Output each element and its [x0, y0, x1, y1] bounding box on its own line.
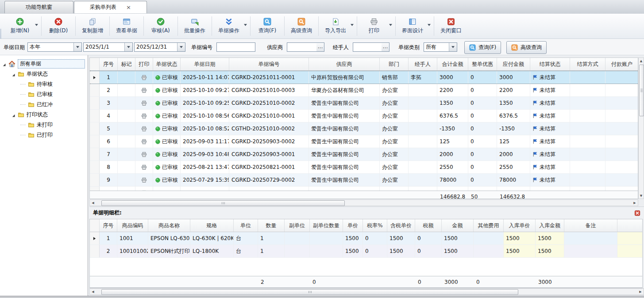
scrollbar-thumb[interactable] [639, 65, 644, 116]
col-header-total[interactable]: 合计金额 [437, 58, 468, 70]
tree-leaf-node[interactable]: 已审核 [0, 89, 88, 99]
tab-purchase-list[interactable]: 采购单列表 × [74, 1, 147, 13]
caret-down-icon[interactable] [428, 24, 431, 26]
toolbar-close-window-button[interactable]: 关闭窗口 [436, 14, 467, 38]
col-header-payable[interactable]: 应付金额 [497, 58, 530, 70]
scrollbar-thumb[interactable] [101, 200, 345, 206]
caret-down-icon[interactable] [351, 24, 354, 26]
detail-close-icon[interactable] [634, 210, 640, 216]
col-header-supplier[interactable]: 供应商 [309, 58, 380, 70]
handler-input[interactable] [353, 42, 382, 52]
tree-expander-icon[interactable] [2, 62, 6, 66]
chevron-down-icon[interactable] [73, 43, 81, 51]
tree-group-node[interactable]: 单据状态 [0, 69, 88, 79]
col-header-remark[interactable]: 备注 [564, 219, 617, 232]
col-header-mark[interactable]: 标记 [118, 58, 135, 70]
date-from-combo[interactable]: 2025/1/1 [83, 42, 133, 52]
table-row[interactable]: 9已审核2025-07-29 15:39CGRKD-20250729-0002爱… [90, 174, 638, 187]
toolbar-import-export-button[interactable]: 导入导出 [320, 14, 355, 38]
col-header-settle_status[interactable]: 结算状态 [530, 58, 570, 70]
col-header-tail[interactable] [617, 219, 643, 232]
table-row[interactable]: 2100101002EPSON针式打印LQ-1800K台115000150001… [90, 245, 642, 258]
query-filter-button[interactable]: 查询(F) [464, 41, 501, 54]
toolbar-delete-button[interactable]: 删除(D) [43, 14, 74, 38]
col-header-tax[interactable]: 税额 [415, 219, 442, 232]
scroll-right-icon[interactable]: ▶ [637, 289, 644, 294]
col-header-price[interactable]: 单价 [343, 219, 363, 232]
date-to-combo[interactable]: 2025/12/31 [134, 42, 185, 52]
tree-group-node[interactable]: 打印状态 [0, 110, 88, 120]
caret-down-icon[interactable] [389, 24, 392, 26]
supplier-browse-button[interactable]: … [316, 42, 324, 52]
col-header-spec[interactable]: 规格 [190, 219, 234, 232]
tree-leaf-node[interactable]: 未打印 [0, 120, 88, 130]
col-header-unit[interactable]: 单位 [234, 219, 258, 232]
col-header-code[interactable]: 商品编码 [117, 219, 148, 232]
col-header-print[interactable]: 打印 [135, 58, 153, 70]
period-combo[interactable]: 本年 [27, 42, 82, 52]
toolbar-new-button[interactable]: 新增(N) [4, 14, 40, 38]
adv-query-filter-button[interactable]: 高级查询 [506, 41, 547, 54]
table-row[interactable]: 1已审核2025-10-11 14:07CGRKD-20251011-0001中… [90, 71, 638, 84]
toolbar-copy-new-button[interactable]: 复制新增 [77, 14, 108, 38]
col-header-discount[interactable]: 整单优惠 [468, 58, 497, 70]
toolbar-doc-ops-button[interactable]: 单据操作 [213, 14, 249, 38]
table-row[interactable]: 7已审核2025-09-03 10:48CGRKD-20250903-0001爱… [90, 148, 638, 161]
toolbar-batch-ops-button[interactable]: 批量操作 [179, 14, 210, 38]
col-header-seq[interactable]: 序号 [100, 58, 118, 70]
caret-down-icon[interactable] [35, 24, 38, 26]
chevron-down-icon[interactable] [177, 43, 185, 51]
tree-leaf-node[interactable]: 已打印 [0, 130, 88, 140]
col-header-doc_no[interactable]: 单据编号 [229, 58, 309, 70]
table-row[interactable]: 8已审核2025-08-21 13:47CGRKD-20250821-0001爱… [90, 161, 638, 174]
table-row[interactable]: 5已审核2025-10-10 08:52CGTHD-20251010-0002爱… [90, 122, 638, 135]
scrollbar-thumb[interactable] [101, 289, 518, 295]
handler-browse-button[interactable]: … [382, 42, 389, 52]
col-header-settle_method[interactable]: 结算方式 [570, 58, 605, 70]
col-header-other_fee[interactable]: 其他费用 [474, 219, 504, 232]
chevron-down-icon[interactable] [124, 43, 132, 51]
col-header-dept[interactable]: 部门 [380, 58, 409, 70]
col-header-tax_rate[interactable]: 税率% [363, 219, 387, 232]
supplier-input[interactable] [287, 42, 317, 52]
col-header-date[interactable]: 单据日期 [181, 58, 229, 70]
col-header-status[interactable]: 单据状态 [153, 58, 181, 70]
col-header-handler[interactable]: 经手人 [409, 58, 437, 70]
scroll-left-icon[interactable]: ◀ [90, 289, 96, 294]
col-header-in_price[interactable]: 入库单价 [504, 219, 536, 232]
col-header-pay_account[interactable]: 付款账户 [605, 58, 638, 70]
toolbar-ui-design-button[interactable]: 界面设计 [397, 14, 432, 38]
toolbar-audit-button[interactable]: 审核(A) [145, 14, 176, 38]
table-row[interactable]: 11001EPSON LQ-630KLQ-630K | 620K台1150001… [90, 232, 642, 245]
table-row[interactable]: 4已审核2025-10-10 08:56CGRKD-20251010-0001爱… [90, 110, 638, 122]
tab-function-nav[interactable]: 功能导航窗 [4, 1, 73, 13]
tree-expander-icon[interactable] [12, 72, 15, 76]
col-header-price_tax[interactable]: 含税单价 [387, 219, 415, 232]
toolbar-view-doc-button[interactable]: 查看单据 [111, 14, 142, 38]
caret-down-icon[interactable] [244, 24, 247, 26]
tree-leaf-node[interactable]: 已红冲 [0, 99, 88, 110]
tree-expander-icon[interactable] [12, 113, 15, 117]
col-header-qty[interactable]: 数量 [258, 219, 285, 232]
doc-no-input[interactable] [216, 42, 255, 52]
scroll-right-icon[interactable]: ▶ [632, 200, 638, 206]
col-header-sub_unit[interactable]: 副单位 [285, 219, 310, 232]
doc-type-combo[interactable]: 所有 [424, 42, 457, 52]
col-header-name[interactable]: 商品名称 [148, 219, 190, 232]
scroll-up-icon[interactable]: ▲ [639, 58, 644, 64]
table-row[interactable]: 3已审核2025-10-10 09:25CGRKD-20251010-0002爱… [90, 97, 638, 110]
col-header-in_amount[interactable]: 入库金额 [536, 219, 564, 232]
toolbar-adv-query-button[interactable]: 高级查询 [286, 14, 317, 38]
tab-close-icon[interactable]: × [126, 4, 131, 10]
chevron-down-icon[interactable] [449, 43, 457, 51]
col-header-sub_qty[interactable]: 副单位数量 [310, 219, 343, 232]
tree-leaf-node[interactable]: 待审核 [0, 79, 88, 89]
scroll-left-icon[interactable]: ◀ [90, 200, 96, 206]
toolbar-print-button[interactable]: 打印 [359, 14, 394, 38]
table-row[interactable]: 6已审核2025-09-03 11:17CGRKD-20250903-0002爱… [90, 135, 638, 148]
scroll-down-icon[interactable]: ▼ [639, 193, 644, 199]
col-header-seq[interactable]: 序号 [100, 219, 117, 232]
tree-node-all-documents[interactable]: 所有单据 [0, 59, 88, 69]
col-header-amount[interactable]: 金额 [442, 219, 474, 232]
table-row[interactable]: 2已审核2025-10-10 09:27CGRKD-20251010-0003华… [90, 84, 638, 97]
